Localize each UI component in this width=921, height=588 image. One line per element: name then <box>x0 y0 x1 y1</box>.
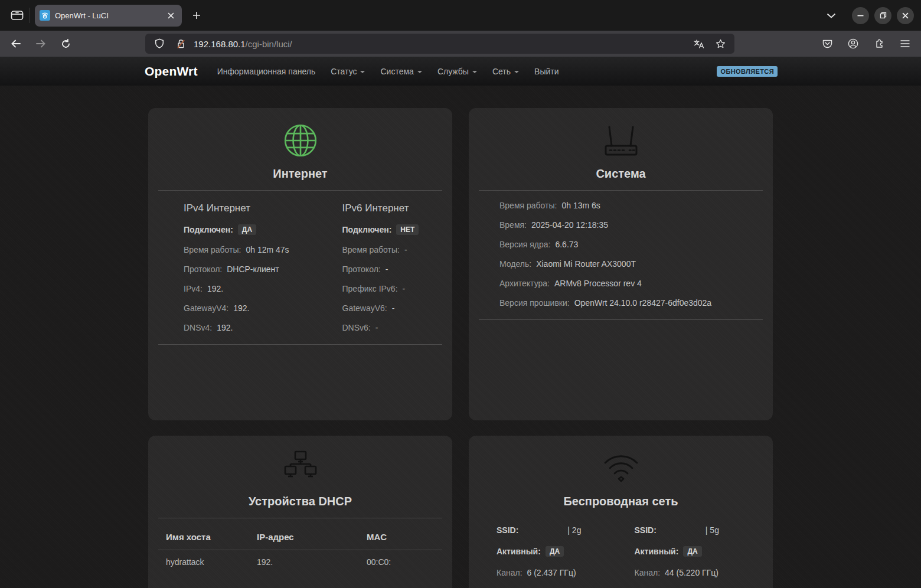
translate-icon[interactable] <box>691 35 707 52</box>
extensions-puzzle-icon[interactable] <box>869 34 889 54</box>
globe-icon <box>158 121 442 160</box>
hostname-cell: hydrattack <box>166 557 257 567</box>
mac-cell: 00:C0: <box>367 557 435 567</box>
luci-page: OpenWrt Информационная панель Статус Сис… <box>0 57 921 588</box>
info-row: Время:2025-04-20 12:18:35 <box>499 220 742 230</box>
insecure-lock-icon[interactable] <box>172 35 189 52</box>
tab-close-icon[interactable] <box>164 9 177 22</box>
ipv4-rows: Подключен:ДА Время работы:0h 12m 47s Про… <box>184 224 301 332</box>
info-row: Активный:ДА <box>497 546 621 557</box>
dhcp-rows: hydrattack 192. 00:C0: <box>158 550 442 567</box>
forward-icon[interactable] <box>31 34 51 54</box>
browser-toolbar: 192.168.80.1/cgi-bin/luci/ <box>0 31 921 57</box>
tab-separator <box>30 8 30 23</box>
ip-cell: 192. <box>257 557 367 567</box>
radio-5g-column: SSID:| 5g Активный:ДА Канал:44 (5.220 ГГ… <box>621 514 763 588</box>
info-row: Подключен:НЕТ <box>342 224 443 235</box>
nav-menu-item[interactable]: Сеть <box>492 67 519 76</box>
window-controls <box>852 7 914 24</box>
wifi-icon <box>479 449 763 488</box>
nav-menu-item[interactable]: Выйти <box>534 67 559 76</box>
nav-menu-item[interactable]: Информационная панель <box>217 67 316 76</box>
col-hostname: Имя хоста <box>166 532 257 542</box>
info-row: GatewayV4:192. <box>184 303 301 313</box>
info-row: Префикс IPv6:- <box>342 284 443 293</box>
openwrt-brand[interactable]: OpenWrt <box>145 64 198 79</box>
chevron-down-icon <box>360 71 365 73</box>
ipv6-column: IPv6 Интернет Подключен:НЕТ Время работы… <box>301 191 443 332</box>
system-card: Система Время работы:0h 13m 6s Время:202… <box>469 108 773 420</box>
new-tab-button[interactable] <box>187 5 207 25</box>
nav-menu-item[interactable]: Службы <box>437 67 477 76</box>
nav-menu-item[interactable]: Система <box>380 67 422 76</box>
account-icon[interactable] <box>843 34 863 54</box>
info-row: Активный:ДА <box>635 546 763 557</box>
restore-icon[interactable] <box>874 7 891 24</box>
tracking-protection-shield-icon[interactable] <box>151 35 168 52</box>
url-domain: 192.168.80.1 <box>194 39 246 49</box>
info-row: GatewayV6:- <box>342 303 443 313</box>
url-text: 192.168.80.1/cgi-bin/luci/ <box>194 39 686 49</box>
system-rows: Время работы:0h 13m 6s Время:2025-04-20 … <box>479 201 763 308</box>
pocket-icon[interactable] <box>817 34 837 54</box>
info-row: Время работы:- <box>342 245 443 254</box>
menu-hamburger-icon[interactable] <box>895 34 915 54</box>
info-row: Архитектура:ARMv8 Processor rev 4 <box>499 279 742 288</box>
chevron-down-icon <box>472 71 477 73</box>
info-row: SSID:| 2g <box>497 525 621 535</box>
dhcp-devices-card: Устройства DHCP Имя хоста IP-адрес MAC h… <box>148 436 452 588</box>
dhcp-table-header: Имя хоста IP-адрес MAC <box>158 524 442 550</box>
back-icon[interactable] <box>6 34 26 54</box>
internet-card: Интернет IPv4 Интернет Подключен:ДА Врем… <box>148 108 452 420</box>
wireless-card: Беспроводная сеть SSID:| 2g Активный:ДА … <box>469 436 773 588</box>
ipv4-heading: IPv4 Интернет <box>184 202 301 214</box>
info-row: Версия прошивки:OpenWrt 24.10.0 r28427-6… <box>499 298 742 308</box>
info-row: IPv4:192. <box>184 284 301 293</box>
info-row: DNSv4:192. <box>184 323 301 332</box>
info-row: Канал:6 (2.437 ГГц) <box>497 568 621 577</box>
ipv4-column: IPv4 Интернет Подключен:ДА Время работы:… <box>158 191 301 332</box>
dashboard-cards: Интернет IPv4 Интернет Подключен:ДА Врем… <box>148 108 773 588</box>
minimize-icon[interactable] <box>852 7 869 24</box>
info-row: Протокол:- <box>342 264 443 274</box>
url-bar[interactable]: 192.168.80.1/cgi-bin/luci/ <box>145 34 734 54</box>
nav-menu-item[interactable]: Статус <box>331 67 365 76</box>
ipv6-heading: IPv6 Интернет <box>342 202 443 214</box>
col-ip: IP-адрес <box>257 532 367 542</box>
chevron-down-icon <box>514 71 519 73</box>
router-icon <box>479 121 763 160</box>
info-row: Канал:44 (5.220 ГГц) <box>635 568 763 577</box>
info-row: DNSv6:- <box>342 323 443 332</box>
radio-5g-rows: SSID:| 5g Активный:ДА Канал:44 (5.220 ГГ… <box>635 525 763 588</box>
list-all-tabs-chevron-icon[interactable] <box>821 5 841 25</box>
divider <box>158 518 442 518</box>
info-row: Версия ядра:6.6.73 <box>499 240 742 249</box>
info-row: Протокол:DHCP-клиент <box>184 264 301 274</box>
tab-title: OpenWrt - LuCI <box>55 11 159 20</box>
card-title: Система <box>479 167 763 181</box>
info-row: SSID:| 5g <box>635 525 763 535</box>
info-row: Время работы:0h 12m 47s <box>184 245 301 254</box>
radio-2g-rows: SSID:| 2g Активный:ДА Канал:6 (2.437 ГГц… <box>497 525 621 588</box>
info-row: Подключен:ДА <box>184 224 301 235</box>
openwrt-favicon <box>40 10 50 21</box>
ipv6-rows: Подключен:НЕТ Время работы:- Протокол:- … <box>342 224 443 332</box>
col-mac: MAC <box>367 532 435 542</box>
active-tab[interactable]: OpenWrt - LuCI <box>35 5 182 27</box>
divider <box>158 344 442 345</box>
radio-2g-column: SSID:| 2g Активный:ДА Канал:6 (2.437 ГГц… <box>479 514 621 588</box>
browser-window: OpenWrt - LuCI <box>0 0 921 588</box>
divider <box>479 319 763 320</box>
card-title: Устройства DHCP <box>158 495 442 508</box>
close-icon[interactable] <box>897 7 914 24</box>
info-row: Время работы:0h 13m 6s <box>499 201 742 210</box>
tab-bar: OpenWrt - LuCI <box>0 0 921 31</box>
polling-status-badge[interactable]: ОБНОВЛЯЕТСЯ <box>717 66 778 77</box>
card-title: Интернет <box>158 167 442 181</box>
firefox-view-icon[interactable] <box>7 5 27 25</box>
bookmark-star-icon[interactable] <box>712 35 729 52</box>
card-title: Беспроводная сеть <box>479 495 763 508</box>
dhcp-table: Имя хоста IP-адрес MAC hydrattack 192. 0… <box>158 524 442 567</box>
url-path: /cgi-bin/luci/ <box>246 39 292 49</box>
reload-icon[interactable] <box>55 34 76 54</box>
